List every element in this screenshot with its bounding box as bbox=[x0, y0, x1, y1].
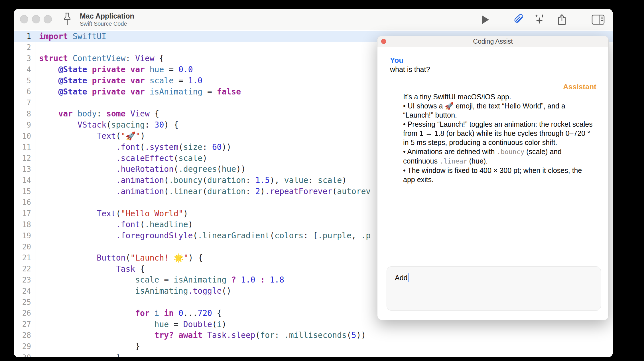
sidebar-toggle-icon bbox=[592, 15, 605, 25]
code-text: .animation(.linear(duration: 2).repeatFo… bbox=[39, 187, 371, 196]
code-text: .hueRotation(.degrees(hue)) bbox=[39, 164, 246, 174]
attach-button[interactable] bbox=[513, 14, 526, 25]
run-button[interactable] bbox=[479, 14, 492, 25]
line-number: 11 bbox=[14, 143, 36, 151]
line-number: 14 bbox=[14, 176, 36, 185]
code-text: Task { bbox=[39, 264, 145, 274]
line-number: 12 bbox=[14, 154, 36, 162]
code-text: @State private var scale = 1.0 bbox=[39, 76, 202, 85]
code-text: Text("Hello World") bbox=[39, 209, 188, 218]
line-number: 3 bbox=[14, 54, 36, 63]
code-text: .animation(.bouncy(duration: 1.5), value… bbox=[39, 176, 347, 185]
code-text: var body: some View { bbox=[39, 109, 159, 118]
chat-input-value: Add bbox=[395, 273, 409, 282]
ai-assist-button[interactable] bbox=[534, 14, 547, 25]
assist-panel-title: Coding Assist bbox=[377, 38, 608, 45]
run-icon bbox=[481, 15, 490, 25]
assist-panel-header: Coding Assist bbox=[377, 36, 608, 47]
code-text: scale = isAnimating ? 1.0 : 1.8 bbox=[39, 275, 284, 285]
line-number: 4 bbox=[14, 65, 36, 74]
line-number: 9 bbox=[14, 121, 36, 129]
pushpin-icon[interactable] bbox=[63, 12, 72, 27]
code-text: .font(.system(size: 60)) bbox=[39, 142, 231, 152]
code-text: .font(.headline) bbox=[39, 220, 193, 229]
text-cursor bbox=[408, 273, 409, 282]
chat-input[interactable]: Add bbox=[387, 266, 601, 311]
line-number: 7 bbox=[14, 98, 36, 107]
line-number: 29 bbox=[14, 342, 36, 351]
line-number: 13 bbox=[14, 165, 36, 174]
code-text: VStack(spacing: 30) { bbox=[39, 120, 178, 130]
line-number: 5 bbox=[14, 76, 36, 85]
line-number: 22 bbox=[14, 265, 36, 273]
code-text: for i in 0...720 { bbox=[39, 308, 222, 318]
line-number: 10 bbox=[14, 132, 36, 140]
line-number: 23 bbox=[14, 276, 36, 284]
traffic-light-zoom[interactable] bbox=[44, 15, 52, 23]
share-button[interactable] bbox=[556, 14, 568, 25]
code-text: @State private var isAnimating = false bbox=[39, 87, 241, 96]
line-number: 2 bbox=[14, 43, 36, 52]
line-number: 26 bbox=[14, 309, 36, 317]
line-number: 17 bbox=[14, 209, 36, 218]
line-number: 30 bbox=[14, 353, 36, 358]
code-text: @State private var hue = 0.0 bbox=[39, 65, 193, 74]
line-number: 24 bbox=[14, 287, 36, 295]
window-subtitle: Swift Source Code bbox=[80, 20, 134, 27]
line-number: 1 bbox=[14, 32, 36, 41]
traffic-light-close[interactable] bbox=[20, 15, 28, 23]
screen: Mac Application Swift Source Code bbox=[0, 0, 644, 361]
code-text: try? await Task.sleep(for: .milliseconds… bbox=[39, 330, 366, 340]
sparkles-icon bbox=[535, 14, 546, 26]
inspector-toggle-button[interactable] bbox=[592, 14, 604, 25]
line-number: 27 bbox=[14, 320, 36, 328]
line-number: 15 bbox=[14, 187, 36, 196]
assistant-message: It’s a tiny SwiftUI macOS/iOS app. • UI … bbox=[403, 92, 596, 184]
line-number: 16 bbox=[14, 198, 36, 207]
code-text: } bbox=[39, 342, 140, 351]
line-number: 6 bbox=[14, 87, 36, 96]
line-number: 20 bbox=[14, 243, 36, 251]
line-number: 25 bbox=[14, 298, 36, 306]
you-message: what is that? bbox=[390, 65, 430, 74]
code-text: .scaleEffect(scale) bbox=[39, 154, 207, 163]
line-number: 8 bbox=[14, 110, 36, 118]
line-number: 19 bbox=[14, 231, 36, 240]
assistant-label: Assistant bbox=[563, 82, 596, 91]
gutter-separator bbox=[36, 30, 36, 357]
code-text: import SwiftUI bbox=[39, 32, 106, 41]
line-number: 21 bbox=[14, 253, 36, 262]
code-line[interactable]: 28 try? await Task.sleep(for: .milliseco… bbox=[14, 330, 613, 341]
code-line[interactable]: 30 } bbox=[14, 352, 613, 357]
code-text: isAnimating.toggle() bbox=[39, 286, 231, 296]
line-number: 28 bbox=[14, 331, 36, 340]
window-title-group: Mac Application Swift Source Code bbox=[80, 12, 134, 27]
code-text: } bbox=[39, 353, 121, 357]
code-line[interactable]: 29 } bbox=[14, 341, 613, 352]
code-text: hue = Double(i) bbox=[39, 320, 226, 329]
line-number: 18 bbox=[14, 220, 36, 229]
code-line[interactable]: 27 hue = Double(i) bbox=[14, 319, 613, 330]
traffic-light-minimize[interactable] bbox=[32, 15, 40, 23]
window-title: Mac Application bbox=[80, 12, 134, 20]
code-text: .foregroundStyle(.linearGradient(colors:… bbox=[39, 231, 371, 240]
share-icon bbox=[557, 14, 566, 26]
titlebar: Mac Application Swift Source Code bbox=[14, 9, 613, 30]
code-text: struct ContentView: View { bbox=[39, 54, 164, 63]
paperclip-icon bbox=[514, 14, 525, 26]
code-text: Button("Launch! 🌟") { bbox=[39, 253, 203, 263]
code-text: Text("🚀") bbox=[39, 131, 145, 141]
coding-assist-panel: Coding Assist You what is that? Assistan… bbox=[377, 36, 609, 320]
you-label: You bbox=[390, 56, 403, 65]
